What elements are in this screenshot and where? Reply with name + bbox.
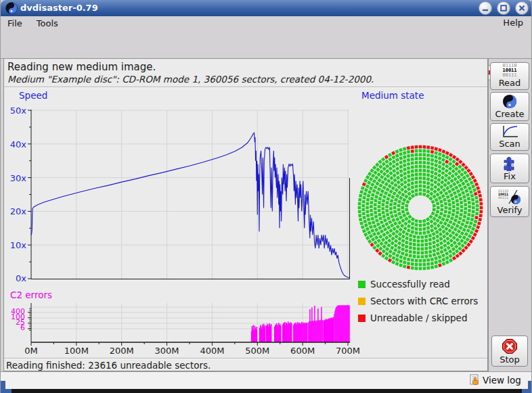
separator (4, 358, 487, 359)
fix-button[interactable]: Fix (490, 154, 529, 183)
read-button[interactable]: 011101001100111 Read (490, 62, 529, 90)
read-binary-icon: 011101001100111 (502, 64, 516, 78)
medium-state-title: Medium state (361, 90, 424, 101)
legend-item-bad: Unreadable / skipped (358, 311, 478, 325)
stop-octagon-icon (502, 338, 518, 354)
minimize-button[interactable] (479, 1, 492, 15)
window-frame-bottom (1, 389, 532, 393)
maximize-button[interactable] (497, 1, 510, 15)
menu-file[interactable]: File (2, 17, 28, 30)
legend-item-ok: Successfully read (358, 277, 478, 291)
corner-grip[interactable] (522, 389, 532, 393)
separator (4, 87, 487, 88)
menu-help[interactable]: Help (497, 16, 529, 29)
orange-swatch-icon (358, 298, 365, 305)
view-log-icon (470, 374, 481, 386)
app-logo-yinyang-icon (5, 2, 18, 14)
legend-item-crc: Sectors with CRC errors (358, 294, 478, 308)
verify-icon: 011101001100111 (498, 189, 521, 205)
scan-button[interactable]: Scan (490, 123, 529, 151)
fix-puzzle-icon (502, 155, 518, 171)
title-bar[interactable]: dvdisaster-0.79 (1, 0, 532, 17)
separator (488, 58, 489, 371)
action-status-line: Reading new medium image. (7, 61, 156, 73)
window-bottom-strip (1, 371, 532, 389)
scan-curve-icon (501, 125, 518, 139)
c2-errors-title: C2 errors (10, 290, 52, 300)
verify-button[interactable]: 011101001100111 Verify (490, 186, 529, 217)
medium-state-disc (355, 143, 485, 273)
window-title: dvdisaster-0.79 (20, 0, 98, 16)
toolbar: Optical drive 52X FW 1.02 011 10011 0011… (1, 30, 532, 59)
red-swatch-icon (358, 315, 365, 322)
create-button[interactable]: Create (490, 92, 529, 121)
green-swatch-icon (358, 281, 365, 288)
footer-status: Reading finished: 23616 unreadable secto… (6, 360, 210, 371)
menu-tools[interactable]: Tools (31, 17, 64, 30)
menu-bar: File Tools Help (1, 16, 532, 30)
close-button[interactable] (515, 1, 529, 15)
app-window: dvdisaster-0.79 File Tools Help Optical … (0, 0, 532, 393)
corner-grip[interactable] (1, 389, 12, 393)
c2-errors-chart (23, 301, 351, 348)
speed-chart-title: Speed (19, 90, 47, 101)
speed-chart (26, 108, 351, 281)
stop-button[interactable]: Stop (491, 336, 528, 367)
view-log-button[interactable]: View log (470, 373, 521, 388)
legend: Successfully read Sectors with CRC error… (358, 277, 478, 325)
create-yinyang-icon (502, 94, 517, 109)
medium-info-line: Medium "Example disc": CD-ROM mode 1, 36… (7, 74, 374, 85)
